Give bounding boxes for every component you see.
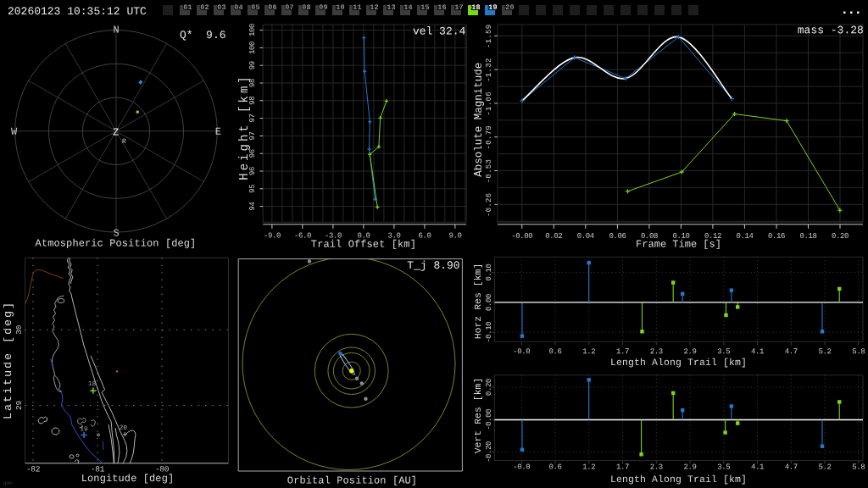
svg-text:-9.0: -9.0	[264, 231, 281, 240]
svg-text:-0.00: -0.00	[511, 232, 532, 241]
svg-text:30: 30	[14, 324, 24, 334]
svg-text:0.00: 0.00	[485, 294, 493, 311]
svg-text:2.3: 2.3	[650, 347, 663, 356]
svg-text:0.06: 0.06	[609, 232, 626, 241]
svg-text:Frame Time [s]: Frame Time [s]	[636, 238, 721, 250]
svg-text:-0.79: -0.79	[485, 125, 493, 150]
svg-text:100: 100	[248, 42, 257, 54]
svg-text:-6.0: -6.0	[294, 231, 311, 240]
svg-text:4.1: 4.1	[751, 347, 764, 356]
svg-text:Horz Res [km]: Horz Res [km]	[472, 263, 483, 340]
svg-text:1.2: 1.2	[582, 347, 595, 356]
svg-text:Trail Offset [km]: Trail Offset [km]	[311, 238, 416, 250]
svg-text:-1.32: -1.32	[485, 58, 493, 82]
svg-text:07: 07	[285, 3, 293, 12]
svg-text:0.20: 0.20	[832, 232, 849, 241]
svg-text:14: 14	[403, 3, 412, 12]
svg-text:0.04: 0.04	[577, 232, 594, 241]
svg-text:T_j 8.90: T_j 8.90	[407, 259, 459, 272]
svg-text:5.8: 5.8	[852, 347, 865, 356]
svg-text:20260123 10:35:12 UTC: 20260123 10:35:12 UTC	[8, 5, 147, 18]
svg-text:09: 09	[319, 3, 327, 12]
svg-text:5.8: 5.8	[852, 463, 865, 471]
svg-text:1.7: 1.7	[616, 463, 629, 471]
svg-text:Latitude [deg]: Latitude [deg]	[2, 301, 14, 419]
svg-text:99: 99	[248, 61, 257, 69]
svg-text:1.2: 1.2	[582, 463, 595, 471]
svg-text:-0.0: -0.0	[513, 347, 530, 356]
svg-text:0.18: 0.18	[799, 232, 816, 241]
svg-text:4.7: 4.7	[785, 463, 798, 471]
svg-text:-1.06: -1.06	[485, 92, 493, 116]
svg-text:2.9: 2.9	[683, 463, 696, 471]
svg-text:0.6: 0.6	[548, 463, 561, 471]
svg-text:20: 20	[505, 3, 514, 12]
svg-text:4.7: 4.7	[785, 347, 798, 356]
svg-text:-0.00: -0.00	[485, 409, 493, 430]
svg-text:03: 03	[217, 3, 225, 12]
svg-text:02: 02	[200, 3, 209, 12]
svg-text:-0.0: -0.0	[513, 463, 530, 471]
svg-text:0.20: 0.20	[485, 379, 493, 396]
svg-text:18: 18	[471, 3, 480, 12]
svg-text:-0.53: -0.53	[485, 159, 493, 184]
svg-text:Length Along Trail [km]: Length Along Trail [km]	[610, 357, 747, 368]
svg-text:5.2: 5.2	[818, 347, 831, 356]
svg-text:6.0: 6.0	[418, 231, 431, 240]
svg-text:05: 05	[251, 3, 259, 12]
svg-text:16: 16	[437, 3, 446, 12]
svg-text:06: 06	[268, 3, 276, 12]
svg-text:13: 13	[387, 3, 395, 12]
svg-text:3.5: 3.5	[717, 347, 730, 356]
svg-text:19: 19	[488, 3, 497, 12]
svg-text:mass -3.28: mass -3.28	[798, 24, 864, 36]
svg-text:-1.59: -1.59	[485, 25, 493, 49]
svg-text:0.10: 0.10	[485, 264, 493, 281]
svg-text:95: 95	[248, 185, 257, 193]
svg-text:E: E	[215, 126, 221, 138]
svg-text:Orbital Position [AU]: Orbital Position [AU]	[287, 474, 417, 486]
svg-text:5.2: 5.2	[818, 463, 831, 471]
svg-text:-0.26: -0.26	[485, 193, 493, 218]
svg-text:vel 32.4: vel 32.4	[413, 25, 466, 37]
svg-text:3.5: 3.5	[717, 463, 730, 471]
svg-text:10: 10	[336, 3, 344, 12]
svg-text:2.3: 2.3	[650, 463, 663, 471]
svg-text:94: 94	[248, 202, 257, 211]
svg-text:-82: -82	[26, 464, 41, 474]
svg-text:Z: Z	[113, 126, 119, 138]
svg-text:W: W	[11, 126, 18, 138]
svg-text:0.02: 0.02	[545, 232, 562, 241]
svg-text:12: 12	[370, 3, 378, 12]
svg-text:9.0: 9.0	[448, 231, 461, 240]
svg-text:100: 100	[248, 24, 257, 36]
svg-text:0.16: 0.16	[768, 232, 785, 241]
svg-text:08: 08	[302, 3, 310, 12]
svg-text:2.9: 2.9	[683, 347, 696, 356]
svg-text:04: 04	[234, 3, 242, 12]
svg-text:11: 11	[353, 3, 361, 12]
svg-text:0.6: 0.6	[548, 347, 561, 356]
svg-text:-0.10: -0.10	[485, 322, 493, 343]
svg-text:4.1: 4.1	[751, 463, 764, 471]
svg-text:29: 29	[14, 401, 24, 410]
svg-text:19: 19	[80, 424, 88, 432]
svg-text:N: N	[113, 25, 119, 36]
svg-text:Vert Res [km]: Vert Res [km]	[472, 378, 483, 454]
svg-text:Atmospheric Position [deg]: Atmospheric Position [deg]	[36, 237, 197, 249]
svg-text:R: R	[122, 137, 126, 145]
svg-text:Longitude [deg]: Longitude [deg]	[81, 473, 175, 485]
svg-text:Absolute Magnitude: Absolute Magnitude	[473, 63, 485, 177]
svg-text:18: 18	[88, 380, 97, 387]
svg-text:20: 20	[119, 424, 127, 431]
svg-text:1.7: 1.7	[616, 347, 629, 356]
svg-text:15: 15	[420, 3, 429, 12]
svg-text:Q* 9.6: Q* 9.6	[180, 29, 226, 42]
svg-text:0.14: 0.14	[736, 232, 753, 241]
svg-text:-0.20: -0.20	[485, 441, 493, 463]
svg-text:gmn: gmn	[3, 480, 13, 486]
svg-text:Height [km]: Height [km]	[237, 74, 251, 180]
svg-text:01: 01	[183, 3, 192, 12]
svg-text:Length Along Trail [km]: Length Along Trail [km]	[610, 474, 747, 485]
svg-text:17: 17	[454, 3, 463, 12]
